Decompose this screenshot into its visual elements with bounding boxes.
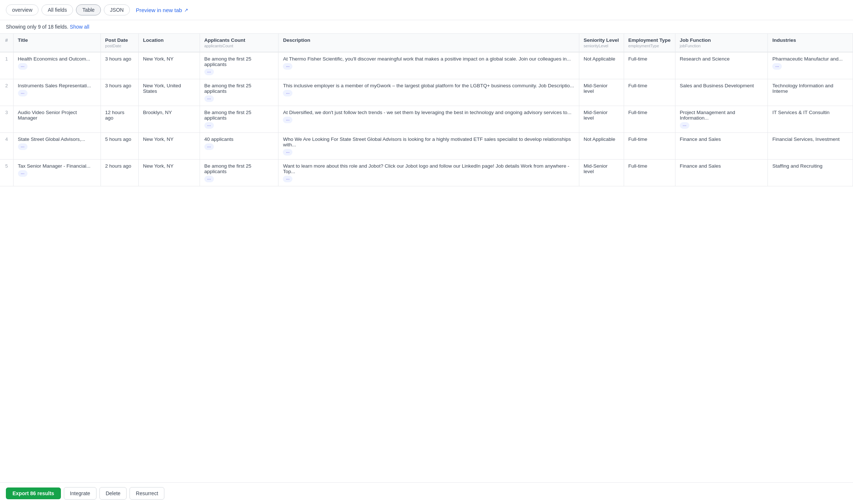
table-row: 2Instruments Sales Representati...···3 h… (0, 79, 853, 106)
col-industries: Industries (768, 34, 853, 52)
cell-job-function: Finance and Sales (675, 133, 768, 160)
more-button[interactable]: ··· (283, 149, 292, 156)
cell-num: 1 (0, 52, 13, 79)
cell-employment: Full-time (624, 52, 675, 79)
cell-seniority: Mid-Senior level (579, 79, 624, 106)
cell-num: 3 (0, 106, 13, 133)
cell-industries: Pharmaceutic Manufactur and...··· (768, 52, 853, 79)
cell-location: New York, United States (138, 79, 200, 106)
cell-seniority: Mid-Senior level (579, 106, 624, 133)
cell-title: Health Economics and Outcom...··· (13, 52, 101, 79)
more-button[interactable]: ··· (204, 69, 214, 75)
col-location: Location (138, 34, 200, 52)
show-all-link[interactable]: Show all (70, 24, 89, 30)
cell-seniority: Not Applicable (579, 133, 624, 160)
table-row: 1Health Economics and Outcom...···3 hour… (0, 52, 853, 79)
cell-industries: Financial Services, Investment (768, 133, 853, 160)
more-button[interactable]: ··· (204, 95, 214, 102)
cell-job-function: Sales and Business Development (675, 79, 768, 106)
cell-applicants: Be among the first 25 applicants··· (200, 79, 278, 106)
cell-description: Who We Are Looking For State Street Glob… (278, 133, 579, 160)
cell-num: 4 (0, 133, 13, 160)
cell-job-function: Finance and Sales (675, 160, 768, 186)
col-post-date: Post DatepostDate (101, 34, 138, 52)
cell-post-date: 3 hours ago (101, 52, 138, 79)
more-button[interactable]: ··· (204, 122, 214, 129)
tab-overview[interactable]: overview (6, 4, 39, 15)
cell-title: Tax Senior Manager - Financial...··· (13, 160, 101, 186)
cell-employment: Full-time (624, 106, 675, 133)
preview-link-text: Preview in new tab (136, 7, 182, 13)
cell-description: At Diversified, we don't just follow tec… (278, 106, 579, 133)
col-title: Title (13, 34, 101, 52)
more-button[interactable]: ··· (18, 143, 28, 150)
col-description: Description (278, 34, 579, 52)
more-button[interactable]: ··· (283, 117, 292, 123)
cell-location: New York, NY (138, 52, 200, 79)
cell-title: State Street Global Advisors,...··· (13, 133, 101, 160)
cell-industries: Staffing and Recruiting (768, 160, 853, 186)
more-button[interactable]: ··· (772, 63, 782, 70)
cell-num: 2 (0, 79, 13, 106)
cell-seniority: Not Applicable (579, 52, 624, 79)
cell-post-date: 3 hours ago (101, 79, 138, 106)
top-bar: overview All fields Table JSON Preview i… (0, 0, 853, 20)
table-row: 5Tax Senior Manager - Financial...···2 h… (0, 160, 853, 186)
cell-applicants: Be among the first 25 applicants··· (200, 52, 278, 79)
table-row: 3Audio Video Senior Project Manager12 ho… (0, 106, 853, 133)
showing-bar: Showing only 9 of 18 fields. Show all (0, 20, 853, 33)
table-row: 4State Street Global Advisors,...···5 ho… (0, 133, 853, 160)
cell-industries: IT Services & IT Consultin (768, 106, 853, 133)
col-job-function: Job FunctionjobFunction (675, 34, 768, 52)
col-applicants: Applicants CountapplicantsCount (200, 34, 278, 52)
cell-post-date: 2 hours ago (101, 160, 138, 186)
tab-json[interactable]: JSON (104, 4, 130, 15)
col-num: # (0, 34, 13, 52)
cell-location: New York, NY (138, 133, 200, 160)
more-button[interactable]: ··· (18, 63, 28, 70)
cell-title: Instruments Sales Representati...··· (13, 79, 101, 106)
cell-applicants: Be among the first 25 applicants··· (200, 106, 278, 133)
cell-description: At Thermo Fisher Scientific, you'll disc… (278, 52, 579, 79)
cell-seniority: Mid-Senior level (579, 160, 624, 186)
cell-location: Brooklyn, NY (138, 106, 200, 133)
table-container: # Title Post DatepostDate Location Appli… (0, 33, 853, 186)
cell-employment: Full-time (624, 79, 675, 106)
cell-applicants: Be among the first 25 applicants··· (200, 160, 278, 186)
col-employment: Employment TypeemploymentType (624, 34, 675, 52)
cell-applicants: 40 applicants··· (200, 133, 278, 160)
cell-employment: Full-time (624, 133, 675, 160)
cell-job-function: Research and Science (675, 52, 768, 79)
col-seniority: Seniority LevelseniorityLevel (579, 34, 624, 52)
cell-job-function: Project Management and Information...··· (675, 106, 768, 133)
more-button[interactable]: ··· (18, 170, 28, 177)
more-button[interactable]: ··· (283, 176, 292, 182)
more-button[interactable]: ··· (283, 63, 292, 70)
cell-post-date: 12 hours ago (101, 106, 138, 133)
cell-post-date: 5 hours ago (101, 133, 138, 160)
cell-num: 5 (0, 160, 13, 186)
cell-title: Audio Video Senior Project Manager (13, 106, 101, 133)
preview-new-tab-link[interactable]: Preview in new tab ↗ (136, 7, 188, 13)
external-link-icon: ↗ (184, 7, 188, 13)
cell-industries: Technology Information and Interne (768, 79, 853, 106)
more-button[interactable]: ··· (283, 90, 292, 96)
cell-description: Want to learn more about this role and J… (278, 160, 579, 186)
cell-description: This inclusive employer is a member of m… (278, 79, 579, 106)
more-button[interactable]: ··· (204, 143, 214, 150)
tab-table[interactable]: Table (76, 4, 101, 15)
table-header-row: # Title Post DatepostDate Location Appli… (0, 34, 853, 52)
more-button[interactable]: ··· (204, 176, 214, 182)
more-button[interactable]: ··· (18, 90, 28, 96)
results-table: # Title Post DatepostDate Location Appli… (0, 34, 853, 186)
more-button[interactable]: ··· (680, 122, 689, 129)
tab-all-fields[interactable]: All fields (41, 4, 73, 15)
cell-employment: Full-time (624, 160, 675, 186)
cell-location: New York, NY (138, 160, 200, 186)
